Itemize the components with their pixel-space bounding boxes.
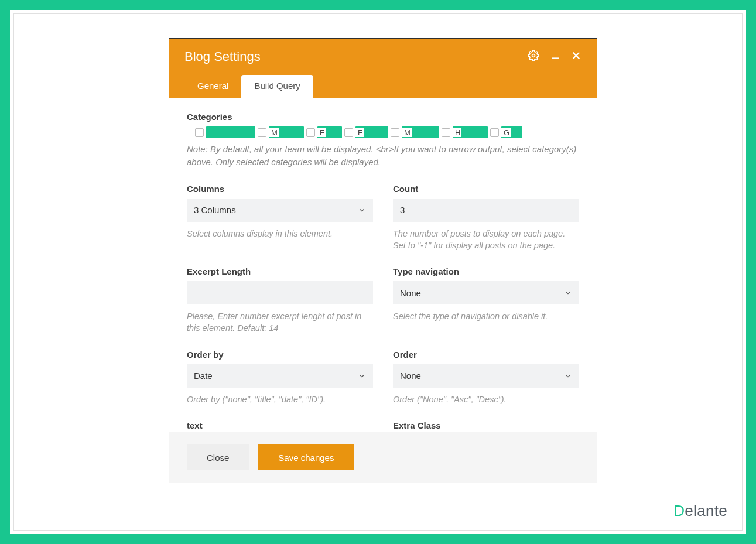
category-checkbox[interactable] — [258, 128, 266, 137]
category-prefix: F — [317, 128, 326, 137]
minimize-icon[interactable] — [550, 50, 560, 63]
category-checkbox[interactable] — [490, 128, 499, 137]
category-checkbox[interactable] — [195, 128, 204, 137]
count-label: Count — [393, 184, 579, 194]
field-text: text — [187, 420, 373, 432]
category-tag: M — [269, 126, 304, 138]
orderby-label: Order by — [187, 350, 373, 360]
typenav-help: Select the type of navigation or disable… — [393, 310, 579, 322]
field-orderby: Order by Order by ("none", "title", "dat… — [187, 350, 373, 405]
category-checkbox[interactable] — [344, 128, 353, 137]
category-tag: G — [501, 126, 522, 138]
category-tag: F — [317, 126, 342, 138]
field-count: Count The number of posts to display on … — [393, 184, 579, 252]
text-label: text — [187, 420, 373, 430]
field-extra: Extra Class — [393, 420, 579, 432]
categories-label: Categories — [187, 112, 579, 122]
category-prefix: G — [501, 128, 511, 137]
field-order: Order Order ("None", "Asc", "Desc"). — [393, 350, 579, 405]
excerpt-label: Excerpt Length — [187, 266, 373, 276]
tabs: General Build Query — [184, 75, 581, 98]
close-button[interactable]: Close — [187, 444, 249, 470]
category-checkbox[interactable] — [306, 128, 315, 137]
order-label: Order — [393, 350, 579, 360]
category-prefix: H — [453, 128, 461, 137]
dialog-header: Blog Settings General Build Query — [169, 39, 597, 98]
order-help: Order ("None", "Asc", "Desc"). — [393, 394, 579, 405]
field-columns: Columns Select columns display in this e… — [187, 184, 373, 252]
count-help: The number of posts to display on each p… — [393, 228, 579, 252]
category-checkbox[interactable] — [391, 128, 399, 137]
category-tag — [206, 126, 255, 138]
dialog-title: Blog Settings — [184, 49, 261, 64]
category-prefix: M — [269, 128, 279, 137]
category-tag: E — [355, 126, 388, 138]
category-tag: M — [402, 126, 439, 138]
category-prefix: M — [402, 128, 412, 137]
excerpt-help: Please, Enter number excerpt lenght of p… — [187, 310, 373, 334]
save-button[interactable]: Save changes — [258, 444, 354, 470]
dialog-footer: Close Save changes — [169, 432, 597, 483]
categories-row: MFEMHG — [195, 126, 579, 138]
orderby-select[interactable] — [187, 364, 373, 388]
tab-build-query[interactable]: Build Query — [241, 75, 313, 98]
category-prefix: E — [355, 128, 364, 137]
orderby-help: Order by ("none", "title", "date", "ID")… — [187, 394, 373, 405]
extra-label: Extra Class — [393, 420, 579, 430]
columns-help: Select columns display in this element. — [187, 228, 373, 240]
category-checkbox[interactable] — [442, 128, 450, 137]
svg-point-0 — [532, 54, 535, 57]
columns-label: Columns — [187, 184, 373, 194]
count-input[interactable] — [393, 199, 579, 222]
dialog-body[interactable]: Categories MFEMHG Note: By default, all … — [169, 98, 597, 432]
blog-settings-dialog: Blog Settings General Build Query — [169, 38, 597, 483]
typenav-label: Type navigation — [393, 266, 579, 276]
excerpt-input[interactable] — [187, 281, 373, 304]
gear-icon[interactable] — [528, 50, 539, 64]
field-excerpt: Excerpt Length Please, Enter number exce… — [187, 266, 373, 334]
columns-select[interactable] — [187, 199, 373, 222]
tab-general[interactable]: General — [184, 75, 241, 98]
brand-logo: Delante — [673, 502, 727, 520]
categories-note: Note: By default, all your team will be … — [187, 143, 579, 169]
close-icon[interactable] — [571, 50, 581, 63]
order-select[interactable] — [393, 364, 579, 388]
typenav-select[interactable] — [393, 281, 579, 304]
category-tag: H — [453, 126, 488, 138]
field-typenav: Type navigation Select the type of navig… — [393, 266, 579, 334]
